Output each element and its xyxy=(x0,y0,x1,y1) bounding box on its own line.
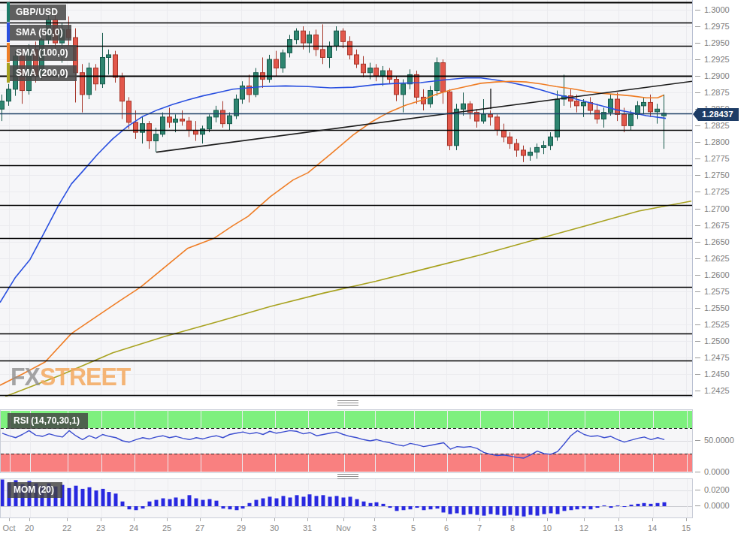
rsi-chart-canvas[interactable] xyxy=(1,410,692,472)
time-axis-label: 3 xyxy=(372,523,376,532)
momentum-indicator-panel: MOM (20) xyxy=(0,478,693,518)
sma200-label: SMA (200,0) xyxy=(10,65,77,81)
time-axis-tick xyxy=(686,518,687,521)
time-axis-tick xyxy=(618,518,619,521)
time-axis-tick xyxy=(167,518,168,521)
price-axis-label: 1.2675 xyxy=(704,221,730,230)
legend-sma200[interactable]: SMA (200,0) xyxy=(7,63,77,83)
price-axis-tick xyxy=(695,391,700,391)
main-price-panel: GBP/USD SMA (50,0) SMA (100,0) SMA (200,… xyxy=(0,0,693,397)
price-axis-label: 1.2650 xyxy=(704,237,730,246)
panel-resize-handle-icon[interactable] xyxy=(337,474,358,479)
time-axis-tick xyxy=(200,518,201,521)
price-axis-label: 1.2975 xyxy=(704,22,730,31)
price-axis[interactable]: 1.30001.29751.29501.29251.29001.28751.28… xyxy=(694,0,756,540)
price-axis-tick xyxy=(695,192,700,192)
watermark-fx: FX xyxy=(11,362,40,391)
time-axis-label: 10 xyxy=(543,523,552,532)
price-axis-tick xyxy=(695,125,700,126)
price-axis-tick xyxy=(695,308,700,309)
price-chart-canvas[interactable] xyxy=(0,0,692,397)
time-axis-tick xyxy=(479,518,480,521)
time-axis-tick xyxy=(67,518,68,521)
time-axis-label: 27 xyxy=(195,523,204,532)
indicator-axis-tick xyxy=(695,490,700,490)
momentum-label[interactable]: MOM (20) xyxy=(8,482,62,498)
chart-application: GBP/USD SMA (50,0) SMA (100,0) SMA (200,… xyxy=(0,0,756,540)
time-axis-tick xyxy=(274,518,275,521)
indicator-axis-label: 50.0000 xyxy=(704,436,734,445)
price-axis-label: 1.3000 xyxy=(704,5,730,14)
legend-symbol[interactable]: GBP/USD xyxy=(7,2,66,22)
time-axis-label: 25 xyxy=(162,523,171,532)
price-axis-label: 1.2525 xyxy=(704,320,730,329)
time-axis-label: Oct xyxy=(2,523,15,532)
price-axis-tick xyxy=(695,10,700,11)
price-axis-tick xyxy=(695,291,700,292)
price-axis-tick xyxy=(695,59,700,60)
time-axis-label: Nov xyxy=(336,523,351,532)
time-axis-label: 31 xyxy=(303,523,312,532)
time-axis-tick xyxy=(584,518,585,521)
indicator-axis-label: 0.0000 xyxy=(704,501,730,510)
time-axis-label: 12 xyxy=(579,523,588,532)
price-axis-label: 1.2700 xyxy=(704,204,730,213)
indicator-axis-label: 0.0000 xyxy=(704,467,730,476)
indicator-axis-tick xyxy=(695,440,700,441)
indicator-axis-tick xyxy=(695,505,700,506)
price-axis-label: 1.2875 xyxy=(704,88,730,97)
time-axis-tick xyxy=(446,518,447,521)
price-axis-label: 1.2925 xyxy=(704,55,730,64)
time-axis-tick xyxy=(513,518,513,521)
price-axis-label: 1.2725 xyxy=(704,187,730,196)
price-tag-arrow-icon xyxy=(693,107,698,121)
time-axis-tick xyxy=(101,518,101,521)
price-axis-label: 1.2475 xyxy=(704,353,730,362)
price-axis-tick xyxy=(695,341,700,342)
time-axis-tick xyxy=(547,518,548,521)
indicator-axis-tick xyxy=(695,472,700,472)
time-axis[interactable]: Oct202223242527293031Nov356781012131415 xyxy=(0,518,693,540)
price-axis-label: 1.2550 xyxy=(704,303,730,312)
price-axis-label: 1.2600 xyxy=(704,270,730,279)
time-axis-label: 5 xyxy=(411,523,416,532)
price-axis-tick xyxy=(695,209,700,210)
watermark-street: STREET xyxy=(40,362,130,391)
price-axis-tick xyxy=(695,142,700,143)
indicator-axis-label: 0.0200 xyxy=(704,485,730,494)
time-axis-label: 24 xyxy=(129,523,138,532)
price-axis-label: 1.2450 xyxy=(704,370,730,379)
time-axis-tick xyxy=(374,518,375,521)
price-axis-tick xyxy=(695,324,700,325)
price-axis-tick xyxy=(695,357,700,358)
sma50-label: SMA (50,0) xyxy=(10,25,71,41)
price-axis-tick xyxy=(695,76,700,77)
legend-sma100[interactable]: SMA (100,0) xyxy=(7,43,77,62)
rsi-label[interactable]: RSI (14,70,30,1) xyxy=(8,413,88,429)
legend-sma50[interactable]: SMA (50,0) xyxy=(7,23,71,42)
time-axis-tick xyxy=(652,518,653,521)
price-axis-tick xyxy=(695,275,700,276)
price-axis-tick xyxy=(695,374,700,375)
price-axis-tick xyxy=(695,258,700,259)
price-axis-label: 1.2625 xyxy=(704,254,730,263)
price-axis-label: 1.2575 xyxy=(704,287,730,296)
time-axis-label: 7 xyxy=(477,523,482,532)
panel-resize-handle-icon[interactable] xyxy=(337,400,358,406)
time-axis-tick xyxy=(134,518,135,521)
price-axis-label: 1.2900 xyxy=(704,71,730,80)
price-axis-label: 1.2825 xyxy=(704,121,730,130)
momentum-chart-canvas[interactable] xyxy=(1,479,692,517)
price-axis-tick xyxy=(695,242,700,243)
time-axis-label: 23 xyxy=(96,523,105,532)
time-axis-tick xyxy=(307,518,308,521)
time-axis-label: 8 xyxy=(510,523,515,532)
time-axis-tick xyxy=(9,518,10,521)
time-axis-tick xyxy=(29,518,30,521)
time-axis-label: 13 xyxy=(614,523,623,532)
time-axis-tick xyxy=(413,518,414,521)
time-axis-label: 22 xyxy=(62,523,71,532)
time-axis-label: 6 xyxy=(444,523,449,532)
price-axis-tick xyxy=(695,43,700,44)
price-axis-label: 1.2800 xyxy=(704,137,730,146)
